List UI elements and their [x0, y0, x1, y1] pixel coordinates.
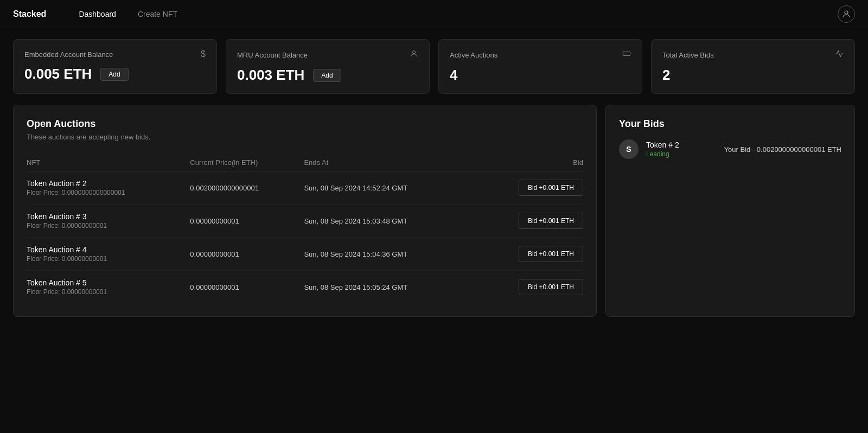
auctions-icon	[622, 49, 631, 60]
your-bids-panel: Your Bids S Token # 2 Leading Your Bid -…	[605, 105, 855, 317]
svg-rect-2	[623, 52, 630, 56]
ends-at-cell: Sun, 08 Sep 2024 15:04:36 GMT	[304, 238, 476, 271]
table-row: Token Auction # 5 Floor Price: 0.0000000…	[27, 271, 583, 304]
nft-cell: Token Auction # 3 Floor Price: 0.0000000…	[27, 205, 190, 238]
embedded-balance-value: 0.005 ETH	[24, 66, 92, 82]
user-icon	[410, 49, 418, 60]
bid-cell: Bid +0.001 ETH	[476, 205, 583, 238]
open-auctions-title: Open Auctions	[27, 118, 583, 130]
nav-dashboard[interactable]: Dashboard	[79, 10, 116, 18]
nav-links: Dashboard Create NFT	[79, 10, 838, 18]
col-price: Current Price(in ETH)	[190, 154, 304, 171]
bid-cell: Bid +0.001 ETH	[476, 238, 583, 271]
bid-avatar: S	[619, 139, 639, 159]
active-auctions-value: 4	[450, 67, 457, 83]
price-cell: 0.00000000001	[190, 271, 304, 304]
navbar: Stacked Dashboard Create NFT	[0, 0, 868, 28]
open-auctions-subtitle: These auctions are accepting new bids.	[27, 133, 583, 141]
bid-amount: Your Bid - 0.0020000000000001 ETH	[724, 145, 841, 154]
your-bids-title: Your Bids	[619, 118, 841, 130]
table-row: Token Auction # 4 Floor Price: 0.0000000…	[27, 238, 583, 271]
nft-name: Token Auction # 3	[27, 212, 190, 221]
nft-floor-price: Floor Price: 0.00000000001	[27, 222, 190, 230]
bid-button[interactable]: Bid +0.001 ETH	[519, 213, 583, 229]
total-bids-label: Total Active Bids	[662, 51, 714, 59]
bid-item: S Token # 2 Leading Your Bid - 0.0020000…	[619, 133, 841, 165]
svg-point-0	[845, 11, 848, 14]
active-auctions-card: Active Auctions 4	[438, 39, 642, 94]
embedded-balance-label: Embedded Account Balance	[24, 50, 113, 59]
bid-cell: Bid +0.001 ETH	[476, 271, 583, 304]
dollar-icon: $	[201, 49, 206, 59]
nft-name: Token Auction # 2	[27, 179, 190, 188]
price-cell: 0.00000000001	[190, 238, 304, 271]
bid-status: Leading	[646, 150, 717, 158]
ends-at-cell: Sun, 08 Sep 2024 15:05:24 GMT	[304, 271, 476, 304]
ends-at-cell: Sun, 08 Sep 2024 15:03:48 GMT	[304, 205, 476, 238]
open-auctions-panel: Open Auctions These auctions are accepti…	[13, 105, 597, 317]
nft-cell: Token Auction # 2 Floor Price: 0.0000000…	[27, 171, 190, 205]
price-cell: 0.00000000001	[190, 205, 304, 238]
col-ends-at: Ends At	[304, 154, 476, 171]
price-cell: 0.0020000000000001	[190, 171, 304, 205]
nft-cell: Token Auction # 5 Floor Price: 0.0000000…	[27, 271, 190, 304]
activity-icon	[835, 49, 844, 60]
total-bids-card: Total Active Bids 2	[651, 39, 855, 94]
mru-balance-card: MRU Account Balance 0.003 ETH Add	[226, 39, 430, 94]
col-nft: NFT	[27, 154, 190, 171]
nft-name: Token Auction # 5	[27, 278, 190, 287]
bid-info: Token # 2 Leading	[646, 141, 717, 158]
nft-floor-price: Floor Price: 0.0000000000000001	[27, 189, 190, 196]
bid-cell: Bid +0.001 ETH	[476, 171, 583, 205]
embedded-balance-add-button[interactable]: Add	[100, 68, 128, 81]
nft-floor-price: Floor Price: 0.00000000001	[27, 255, 190, 263]
auction-table: NFT Current Price(in ETH) Ends At Bid To…	[27, 154, 583, 303]
nft-name: Token Auction # 4	[27, 245, 190, 254]
svg-point-1	[412, 51, 415, 54]
mru-balance-value: 0.003 ETH	[237, 67, 304, 84]
nav-create-nft[interactable]: Create NFT	[138, 10, 177, 18]
stat-cards: Embedded Account Balance $ 0.005 ETH Add…	[0, 28, 868, 105]
table-row: Token Auction # 3 Floor Price: 0.0000000…	[27, 205, 583, 238]
bid-token-name: Token # 2	[646, 141, 717, 149]
nft-cell: Token Auction # 4 Floor Price: 0.0000000…	[27, 238, 190, 271]
nft-floor-price: Floor Price: 0.00000000001	[27, 288, 190, 296]
bid-button[interactable]: Bid +0.001 ETH	[519, 246, 583, 262]
brand-logo: Stacked	[13, 9, 46, 19]
total-bids-value: 2	[662, 67, 670, 83]
mru-balance-label: MRU Account Balance	[237, 51, 308, 59]
active-auctions-label: Active Auctions	[450, 51, 497, 59]
table-row: Token Auction # 2 Floor Price: 0.0000000…	[27, 171, 583, 205]
embedded-balance-card: Embedded Account Balance $ 0.005 ETH Add	[13, 39, 217, 94]
mru-balance-add-button[interactable]: Add	[313, 69, 341, 82]
bid-button[interactable]: Bid +0.001 ETH	[519, 279, 583, 295]
main-content: Open Auctions These auctions are accepti…	[0, 105, 868, 330]
profile-icon[interactable]	[838, 5, 855, 23]
col-bid: Bid	[476, 154, 583, 171]
bid-button[interactable]: Bid +0.001 ETH	[519, 180, 583, 196]
ends-at-cell: Sun, 08 Sep 2024 14:52:24 GMT	[304, 171, 476, 205]
